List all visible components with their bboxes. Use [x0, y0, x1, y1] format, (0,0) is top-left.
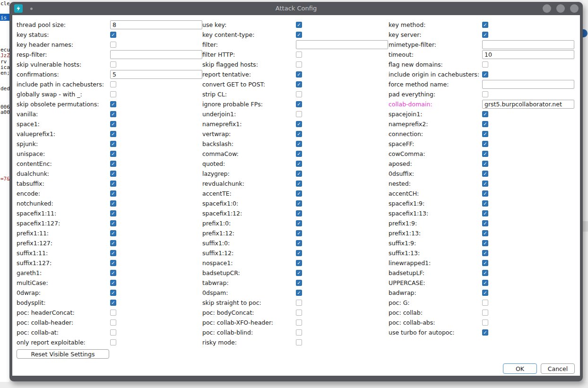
checkbox-checked[interactable]: ✓ — [482, 141, 488, 147]
checkbox-checked[interactable]: ✓ — [110, 161, 116, 167]
checkbox-unchecked[interactable] — [296, 52, 302, 58]
checkbox-checked[interactable]: ✓ — [482, 260, 488, 266]
checkbox-unchecked[interactable] — [482, 319, 488, 326]
checkbox-checked[interactable]: ✓ — [110, 230, 116, 236]
checkbox-unchecked[interactable] — [296, 300, 302, 306]
checkbox-checked[interactable]: ✓ — [110, 121, 116, 127]
checkbox-checked[interactable]: ✓ — [296, 200, 302, 207]
checkbox-checked[interactable]: ✓ — [296, 101, 302, 107]
dialog-titlebar[interactable]: Attack Config — [9, 2, 583, 15]
checkbox-unchecked[interactable] — [110, 42, 116, 48]
checkbox-unchecked[interactable] — [296, 310, 302, 316]
checkbox-checked[interactable]: ✓ — [110, 181, 116, 187]
checkbox-unchecked[interactable] — [110, 339, 116, 345]
checkbox-checked[interactable]: ✓ — [110, 300, 116, 306]
checkbox-checked[interactable]: ✓ — [296, 181, 302, 187]
checkbox-checked[interactable]: ✓ — [482, 111, 488, 117]
checkbox-checked[interactable]: ✓ — [482, 210, 488, 216]
checkbox-checked[interactable]: ✓ — [110, 101, 116, 107]
checkbox-unchecked[interactable] — [296, 339, 302, 345]
reset-visible-settings-button[interactable]: Reset Visible Settings — [17, 349, 109, 359]
checkbox-checked[interactable]: ✓ — [296, 190, 302, 197]
checkbox-checked[interactable]: ✓ — [296, 280, 302, 286]
checkbox-checked[interactable]: ✓ — [110, 111, 116, 117]
checkbox-checked[interactable]: ✓ — [296, 250, 302, 256]
checkbox-checked[interactable]: ✓ — [296, 171, 302, 177]
checkbox-checked[interactable]: ✓ — [482, 161, 488, 167]
checkbox-checked[interactable]: ✓ — [110, 270, 116, 276]
checkbox-unchecked[interactable] — [296, 61, 302, 68]
checkbox-checked[interactable]: ✓ — [110, 200, 116, 207]
ok-button[interactable]: OK — [503, 363, 537, 374]
checkbox-checked[interactable]: ✓ — [482, 121, 488, 127]
checkbox-checked[interactable]: ✓ — [110, 260, 116, 266]
checkbox-checked[interactable]: ✓ — [110, 141, 116, 147]
checkbox-checked[interactable]: ✓ — [482, 171, 488, 177]
checkbox-unchecked[interactable] — [482, 61, 488, 68]
checkbox-unchecked[interactable] — [110, 329, 116, 336]
checkbox-checked[interactable]: ✓ — [110, 131, 116, 137]
checkbox-unchecked[interactable] — [296, 329, 302, 336]
checkbox-checked[interactable]: ✓ — [482, 240, 488, 246]
checkbox-unchecked[interactable] — [482, 91, 488, 97]
checkbox-checked[interactable]: ✓ — [296, 290, 302, 296]
checkbox-unchecked[interactable] — [482, 300, 488, 306]
checkbox-checked[interactable]: ✓ — [296, 210, 302, 216]
checkbox-unchecked[interactable] — [482, 310, 488, 316]
checkbox-unchecked[interactable] — [110, 81, 116, 87]
checkbox-checked[interactable]: ✓ — [110, 240, 116, 246]
checkbox-checked[interactable]: ✓ — [296, 141, 302, 147]
checkbox-checked[interactable]: ✓ — [482, 200, 488, 207]
checkbox-checked[interactable]: ✓ — [296, 131, 302, 137]
maximize-button[interactable] — [556, 4, 565, 13]
checkbox-checked[interactable]: ✓ — [110, 210, 116, 216]
checkbox-checked[interactable]: ✓ — [296, 151, 302, 157]
setting-input[interactable] — [296, 40, 388, 49]
checkbox-checked[interactable]: ✓ — [482, 250, 488, 256]
minimize-button[interactable] — [543, 4, 551, 13]
checkbox-checked[interactable]: ✓ — [482, 280, 488, 286]
setting-input[interactable] — [482, 100, 574, 109]
checkbox-checked[interactable]: ✓ — [296, 240, 302, 246]
checkbox-checked[interactable]: ✓ — [110, 190, 116, 197]
checkbox-checked[interactable]: ✓ — [482, 190, 488, 197]
checkbox-checked[interactable]: ✓ — [110, 171, 116, 177]
cancel-button[interactable]: Cancel — [541, 363, 575, 374]
checkbox-checked[interactable]: ✓ — [296, 121, 302, 127]
checkbox-checked[interactable]: ✓ — [482, 151, 488, 157]
setting-input[interactable] — [482, 50, 574, 59]
checkbox-checked[interactable]: ✓ — [482, 270, 488, 276]
checkbox-checked[interactable]: ✓ — [296, 32, 302, 38]
checkbox-checked[interactable]: ✓ — [110, 250, 116, 256]
checkbox-unchecked[interactable] — [296, 91, 302, 97]
setting-input[interactable] — [110, 20, 202, 29]
checkbox-checked[interactable]: ✓ — [296, 220, 302, 226]
checkbox-checked[interactable]: ✓ — [296, 81, 302, 87]
checkbox-checked[interactable]: ✓ — [482, 230, 488, 236]
checkbox-unchecked[interactable] — [110, 310, 116, 316]
checkbox-checked[interactable]: ✓ — [296, 230, 302, 236]
checkbox-checked[interactable]: ✓ — [110, 220, 116, 226]
checkbox-unchecked[interactable] — [110, 91, 116, 97]
checkbox-checked[interactable]: ✓ — [296, 260, 302, 266]
checkbox-checked[interactable]: ✓ — [110, 280, 116, 286]
checkbox-checked[interactable]: ✓ — [482, 131, 488, 137]
setting-input[interactable] — [482, 40, 574, 49]
setting-input[interactable] — [110, 70, 202, 79]
checkbox-checked[interactable]: ✓ — [296, 270, 302, 276]
checkbox-unchecked[interactable] — [296, 111, 302, 117]
checkbox-checked[interactable]: ✓ — [482, 32, 488, 38]
checkbox-checked[interactable]: ✓ — [296, 22, 302, 28]
close-button[interactable] — [570, 4, 579, 13]
checkbox-checked[interactable]: ✓ — [482, 220, 488, 226]
checkbox-checked[interactable]: ✓ — [296, 161, 302, 167]
checkbox-unchecked[interactable] — [296, 319, 302, 326]
checkbox-checked[interactable]: ✓ — [482, 71, 488, 78]
checkbox-checked[interactable]: ✓ — [482, 22, 488, 28]
setting-input[interactable] — [110, 50, 202, 59]
checkbox-checked[interactable]: ✓ — [482, 290, 488, 296]
checkbox-checked[interactable]: ✓ — [110, 290, 116, 296]
checkbox-unchecked[interactable] — [110, 319, 116, 326]
checkbox-checked[interactable]: ✓ — [110, 32, 116, 38]
checkbox-checked[interactable]: ✓ — [296, 71, 302, 78]
